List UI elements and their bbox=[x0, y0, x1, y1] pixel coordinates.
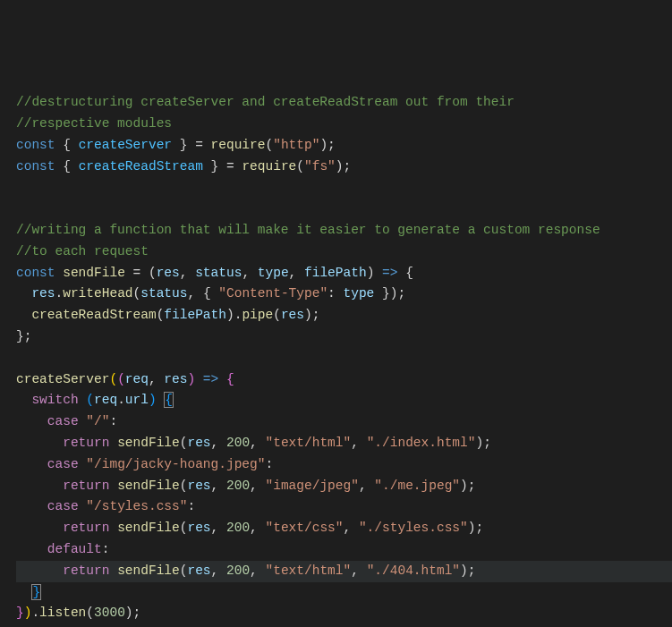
parameter: res bbox=[157, 266, 180, 280]
code-line[interactable]: }).listen(3000); bbox=[16, 603, 672, 624]
code-line[interactable]: default: bbox=[16, 539, 672, 561]
number: 200 bbox=[226, 436, 250, 450]
string: "fs" bbox=[304, 159, 336, 174]
string: "text/html" bbox=[266, 436, 352, 450]
string: "text/css" bbox=[266, 521, 344, 535]
comment: //destructuring createServer and createR… bbox=[16, 95, 515, 109]
argument: type bbox=[344, 286, 375, 301]
paren: ) bbox=[319, 138, 327, 152]
code-line[interactable]: const { createReadStream } = require("fs… bbox=[16, 157, 672, 178]
code-line-blank[interactable] bbox=[16, 348, 672, 369]
string: "./styles.css" bbox=[359, 521, 468, 535]
operator: = bbox=[133, 266, 141, 280]
code-line[interactable]: createServer((req, res) => { bbox=[16, 369, 672, 391]
code-line[interactable]: const { createServer } = require("http")… bbox=[16, 135, 672, 157]
code-line[interactable]: case "/img/jacky-hoang.jpeg": bbox=[16, 454, 672, 476]
code-line[interactable]: switch (req.url) { bbox=[16, 390, 672, 411]
keyword: return bbox=[63, 436, 109, 450]
keyword: switch bbox=[31, 393, 78, 407]
operator: = bbox=[226, 159, 242, 174]
keyword: return bbox=[63, 521, 109, 535]
keyword: case bbox=[47, 457, 79, 471]
variable: res bbox=[31, 286, 55, 301]
comment: //respective modules bbox=[16, 116, 172, 131]
paren: ( bbox=[265, 138, 273, 152]
keyword: return bbox=[63, 479, 109, 493]
brace: } bbox=[16, 606, 24, 620]
method: writeHead bbox=[63, 286, 132, 301]
string: "/styles.css" bbox=[86, 499, 187, 513]
function: sendFile bbox=[63, 266, 125, 280]
semicolon: ; bbox=[344, 159, 352, 174]
code-line[interactable]: //destructuring createServer and createR… bbox=[16, 92, 672, 114]
code-line[interactable]: }; bbox=[16, 326, 672, 348]
variable: createReadStream bbox=[79, 159, 203, 174]
brace-match: { bbox=[164, 392, 174, 408]
code-line[interactable]: //writing a function that will make it e… bbox=[16, 220, 672, 241]
function: require bbox=[211, 138, 266, 152]
paren: ( bbox=[117, 372, 125, 386]
operator: = bbox=[195, 138, 210, 152]
parameter: filePath bbox=[304, 266, 367, 280]
number: 200 bbox=[226, 479, 250, 493]
arrow: => bbox=[382, 266, 397, 280]
code-line[interactable]: //respective modules bbox=[16, 114, 672, 135]
variable: createServer bbox=[79, 138, 172, 152]
code-line[interactable]: const sendFile = (res, status, type, fil… bbox=[16, 263, 672, 284]
brace: { bbox=[55, 138, 79, 152]
string: "./me.jpeg" bbox=[374, 479, 460, 493]
brace: { bbox=[405, 266, 413, 280]
function: sendFile bbox=[117, 479, 180, 493]
argument: res bbox=[187, 521, 210, 535]
brace: } bbox=[16, 329, 24, 343]
brace: } bbox=[172, 138, 195, 152]
paren: ) bbox=[336, 159, 344, 174]
code-line-blank[interactable] bbox=[16, 177, 672, 199]
keyword: return bbox=[63, 563, 109, 578]
code-line[interactable]: case "/styles.css": bbox=[16, 496, 672, 518]
code-line[interactable]: createReadStream(filePath).pipe(res); bbox=[16, 305, 672, 326]
code-line[interactable]: return sendFile(res, 200, "image/jpeg", … bbox=[16, 476, 672, 497]
brace: { bbox=[55, 159, 79, 174]
keyword: default bbox=[47, 542, 102, 556]
string: "http" bbox=[273, 138, 319, 152]
parameter: type bbox=[258, 266, 289, 280]
code-line[interactable]: } bbox=[16, 582, 672, 604]
code-line-blank[interactable] bbox=[16, 199, 672, 220]
number: 200 bbox=[226, 563, 250, 578]
keyword: case bbox=[47, 414, 79, 428]
paren: ( bbox=[109, 372, 117, 386]
number: 200 bbox=[226, 521, 250, 535]
number: 3000 bbox=[94, 606, 125, 620]
comment: //writing a function that will make it e… bbox=[16, 223, 600, 237]
code-line[interactable]: return sendFile(res, 200, "text/html", "… bbox=[16, 433, 672, 454]
function: createServer bbox=[16, 372, 109, 386]
code-line[interactable]: res.writeHead(status, { "Content-Type": … bbox=[16, 284, 672, 305]
code-editor[interactable]: //destructuring createServer and createR… bbox=[16, 92, 672, 627]
string: "/" bbox=[86, 414, 109, 428]
string: "image/jpeg" bbox=[266, 479, 359, 493]
keyword: case bbox=[47, 499, 79, 513]
method: pipe bbox=[242, 308, 273, 322]
brace-match: } bbox=[31, 584, 41, 600]
parameter: status bbox=[195, 266, 242, 280]
function: require bbox=[242, 159, 296, 174]
string: "Content-Type" bbox=[218, 286, 327, 301]
keyword: const bbox=[16, 159, 55, 174]
code-line[interactable]: return sendFile(res, 200, "text/css", ".… bbox=[16, 518, 672, 539]
argument: status bbox=[140, 286, 187, 301]
paren: ( bbox=[149, 266, 157, 280]
argument: res bbox=[281, 308, 304, 322]
brace: } bbox=[203, 159, 226, 174]
code-line[interactable]: case "/": bbox=[16, 411, 672, 433]
code-line[interactable]: //to each request bbox=[16, 241, 672, 263]
string: "text/html" bbox=[266, 563, 352, 578]
string: "./index.html" bbox=[367, 436, 476, 450]
parameter: res bbox=[164, 372, 187, 386]
code-line-current[interactable]: return sendFile(res, 200, "text/html", "… bbox=[16, 561, 672, 582]
function: sendFile bbox=[117, 521, 180, 535]
variable: req bbox=[94, 393, 117, 407]
argument: res bbox=[187, 436, 210, 450]
string: "/img/jacky-hoang.jpeg" bbox=[86, 457, 265, 471]
function: createReadStream bbox=[31, 308, 156, 322]
